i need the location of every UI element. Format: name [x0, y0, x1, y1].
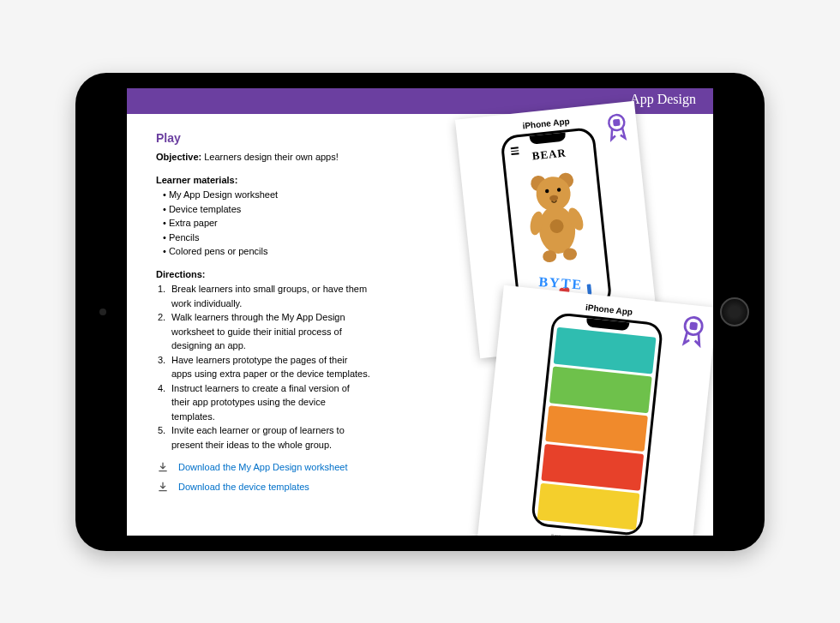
download-link-text: Download the My App Design worksheet: [178, 460, 348, 475]
list-item: 5.Invite each learner or group of learne…: [156, 423, 370, 452]
materials-heading: Learner materials:: [156, 173, 382, 188]
ribbon-icon: [678, 314, 707, 353]
phone-template: [531, 312, 663, 536]
ribbon-icon: [605, 112, 631, 147]
materials-list: • My App Design worksheet • Device templ…: [156, 188, 382, 259]
download-link-text: Download the device templates: [178, 480, 309, 494]
download-link-row[interactable]: Download the device templates: [156, 480, 382, 494]
section-title: Play: [156, 129, 382, 147]
directions-heading: Directions:: [156, 267, 382, 282]
objective-label: Objective:: [156, 152, 201, 162]
objective-text: Learners design their own apps!: [201, 152, 339, 162]
home-button[interactable]: [720, 297, 749, 326]
header-title: App Design: [630, 92, 696, 106]
list-item: 4.Instruct learners to create a final ve…: [156, 381, 370, 424]
svg-rect-15: [587, 284, 592, 294]
svg-rect-18: [690, 322, 699, 331]
lesson-text-column: Play Objective: Learners design their ow…: [127, 114, 391, 536]
bear-drawing: [517, 166, 595, 267]
ipad-device-frame: App Design Play Objective: Learners desi…: [75, 73, 765, 551]
download-icon: [156, 460, 170, 474]
worksheet-byte: BYTE iPhone App: [475, 285, 713, 536]
list-item: 1.Break learners into small groups, or h…: [156, 282, 370, 310]
list-item: • Pencils: [156, 231, 382, 245]
list-item: • My App Design worksheet: [156, 188, 382, 202]
list-item: • Extra paper: [156, 216, 382, 231]
front-camera: [99, 309, 106, 315]
directions-list: 1.Break learners into small groups, or h…: [156, 282, 382, 452]
download-link-row[interactable]: Download the My App Design worksheet: [156, 460, 382, 475]
svg-rect-1: [613, 119, 621, 127]
download-icon: [156, 480, 170, 494]
objective-line: Objective: Learners design their own app…: [156, 150, 382, 165]
app-name-byte: BYTE: [538, 274, 584, 293]
list-item: 2.Walk learners through the My App Desig…: [156, 310, 370, 353]
screen: App Design Play Objective: Learners desi…: [127, 88, 713, 536]
color-stripes: [537, 327, 657, 530]
list-item: 3.Have learners prototype the pages of t…: [156, 353, 370, 381]
list-item: • Colored pens or pencils: [156, 244, 382, 259]
list-item: • Device templates: [156, 202, 382, 217]
illustration-area: iPhone App BEAR: [381, 105, 713, 536]
